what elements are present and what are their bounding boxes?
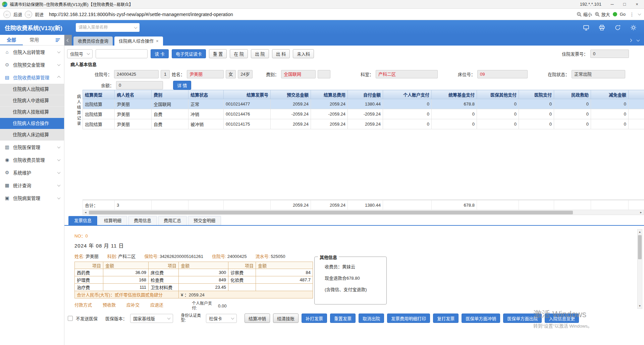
menu-search-input[interactable] <box>78 25 132 30</box>
inv-serial-no: 525050 <box>271 254 285 259</box>
forward-icon[interactable]: → <box>25 11 32 18</box>
invoice-cell <box>256 284 313 291</box>
cancel-discharge-button[interactable]: 取消出院 <box>359 314 384 323</box>
sidebar-collapse-button[interactable] <box>64 35 72 46</box>
chevron-down-icon[interactable] <box>638 12 641 15</box>
patient-gender: 女 <box>226 70 236 78</box>
sidebar-subitem[interactable]: 住院病人中途结算 <box>0 95 64 107</box>
settlement-cell: 自费 <box>152 109 189 119</box>
sidebar-item-medical-records[interactable]: ▣ 住院病案管理 <box>0 192 64 204</box>
tab-menu-icon[interactable] <box>637 38 640 42</box>
tab-patient-operation[interactable]: 住院病人综合操作 × <box>114 37 163 46</box>
close-button[interactable]: × <box>632 1 642 8</box>
total-cell: 合计： <box>83 200 115 210</box>
settlement-icon: ▤ <box>4 75 10 80</box>
total-cell <box>189 200 224 210</box>
sidebar-item-prepayment[interactable]: ⊙ 住院预交金管理 <box>0 58 64 71</box>
sidebar-item-statistics[interactable]: ▦ 统计查询 <box>0 179 64 192</box>
insurance-reverse-button[interactable]: 医保单方面冲销 <box>462 314 500 323</box>
no-insurance-checkbox[interactable] <box>68 316 73 321</box>
back-icon[interactable]: ← <box>3 11 11 18</box>
insurance-version-select[interactable]: 国家基线版 <box>130 314 173 323</box>
sidebar-subitem[interactable]: 住院病人挂账结算 <box>0 107 64 118</box>
out-dept-button[interactable]: 出 科 <box>272 49 290 58</box>
settle-reverse-button[interactable]: 结算冲销 <box>245 314 270 323</box>
tab-cashier-query[interactable]: 收费员综合查询 <box>73 37 113 46</box>
scrollbar-thumb[interactable] <box>638 235 642 259</box>
sidebar-item-settlement[interactable]: ▤ 住院收费结算管理 <box>0 71 64 84</box>
scrollbar-thumb[interactable] <box>89 211 573 214</box>
invoice-cell: 168 <box>103 276 149 284</box>
scroll-left-icon[interactable]: ◄ <box>83 211 88 214</box>
sidebar-item-insurance[interactable]: ▥ 住院医保管理 <box>0 141 64 153</box>
column-header: 自付金额 <box>348 90 383 99</box>
sidebar-subitem[interactable]: 住院病人床边结算 <box>0 129 64 141</box>
scroll-up-icon[interactable]: ▲ <box>638 229 642 234</box>
reprint-invoice-button[interactable]: 补打发票 <box>302 314 327 323</box>
detail-tab[interactable]: 费用汇总 <box>158 216 187 225</box>
e-cert-read-button[interactable]: 电子凭证读卡 <box>172 49 206 58</box>
settlement-cell: 0 <box>554 119 591 129</box>
app-header: 住院收费系统(V13)(新) <box>0 20 644 35</box>
reset-button[interactable]: 重 置 <box>209 49 227 58</box>
menu-search-box[interactable] <box>76 23 140 32</box>
back-label[interactable]: 后退 <box>13 11 22 17</box>
discharged-button[interactable]: 出 院 <box>251 49 269 58</box>
url-text[interactable]: http://192.168.122.191:8000/his-zysf-new… <box>46 12 574 17</box>
reset-invoice-button[interactable]: 重置发票 <box>330 314 356 323</box>
more-menu-icon[interactable]: ⋮ <box>628 12 636 17</box>
scroll-right-icon[interactable]: ► <box>638 211 644 214</box>
maximize-button[interactable]: □ <box>620 1 630 8</box>
search-field-select[interactable]: 住院号 <box>67 49 93 58</box>
server-ip: 192.*.*.101 <box>580 2 601 7</box>
patient-section-title: 病人基本信息 <box>70 61 644 67</box>
tab-scroll-right-icon[interactable] <box>629 39 632 42</box>
sidebar-item-admission-transfer[interactable]: ⌂ 住院入出转管理 <box>0 46 64 58</box>
id-type-select[interactable]: 社保卡 <box>206 314 237 323</box>
detail-button[interactable]: 详 情 <box>173 81 191 90</box>
sidebar-tab-all[interactable]: 全部 <box>0 35 23 45</box>
zoom-out-control[interactable]: 缩小 <box>577 11 592 17</box>
clear-hangup-button[interactable]: 结清挂账 <box>273 314 299 323</box>
settlement-row[interactable]: 出院结算 尹美丽 全国联网 正常 0010214477 2059.24 2059… <box>83 99 644 109</box>
chevron-down-icon[interactable] <box>134 25 137 29</box>
horizontal-scrollbar[interactable]: ◄ ► <box>83 210 644 215</box>
refund-label: 应退还 <box>150 301 163 308</box>
settlement-row[interactable]: 出院结算 尹美丽 自费 冲销 0010214476 -2059.24 -2059… <box>83 109 644 119</box>
admission-no-input[interactable] <box>96 49 148 58</box>
zoom-in-control[interactable]: 放大 <box>595 11 610 17</box>
minimize-button[interactable]: ─ <box>607 1 617 8</box>
settlement-row[interactable]: 出院结算 尹美丽 自费 被冲销 0010214175 2059.24 2059.… <box>83 119 644 129</box>
admission-change-button[interactable]: 入院信息变更 <box>545 314 579 323</box>
detail-tab[interactable]: 费用信息 <box>128 216 157 225</box>
sidebar-subitem[interactable]: 住院病人出院结算 <box>0 84 64 95</box>
in-hospital-button[interactable]: 在 院 <box>230 49 248 58</box>
sidebar-tab-common[interactable]: 常用 <box>23 35 46 45</box>
close-tab-icon[interactable]: × <box>156 37 159 46</box>
copy-invoice-button[interactable]: 复打发票 <box>433 314 459 323</box>
sidebar-item-maintenance[interactable]: ⚙ 系统维护 <box>0 166 64 179</box>
gear-icon[interactable] <box>630 24 637 31</box>
read-card-button[interactable]: 读 卡 <box>151 49 169 58</box>
detail-tab[interactable]: 预交金明细 <box>188 216 221 225</box>
sidebar: 全部 常用 ⌂ 住院入出转管理 ⊙ 住院预交金管理 ▤ 住院收费结算管理 <box>0 35 64 345</box>
refresh-icon[interactable] <box>614 24 621 31</box>
monitor-icon[interactable] <box>583 24 589 31</box>
patient-fee-type: 全国联网 <box>281 70 316 78</box>
invoice-detail-print-button[interactable]: 发票费用明细打印 <box>387 314 430 323</box>
vertical-scrollbar[interactable]: ▲ ▼ <box>637 229 642 309</box>
insurance-discharge-button[interactable]: 医保单方面出院 <box>503 314 542 323</box>
sidebar-item-cashier[interactable]: ◉ 住院收费员管理 <box>0 153 64 166</box>
settlement-cell: 冲销 <box>189 109 224 119</box>
printer-icon[interactable] <box>599 24 605 31</box>
go-button[interactable]: Go <box>620 12 626 17</box>
filter-icon[interactable] <box>56 38 60 43</box>
sidebar-subitem[interactable]: 住院病人综合操作 <box>0 118 64 129</box>
invoice-no-value: 0 <box>590 50 629 58</box>
column-header: 结算状态 <box>189 90 224 99</box>
not-admitted-button[interactable]: 未入科 <box>293 49 314 58</box>
detail-tab[interactable]: 发票信息 <box>68 216 97 225</box>
detail-tab[interactable]: 结算明细 <box>98 216 127 225</box>
forward-label[interactable]: 前进 <box>35 11 44 17</box>
scroll-down-icon[interactable]: ▼ <box>638 303 642 308</box>
